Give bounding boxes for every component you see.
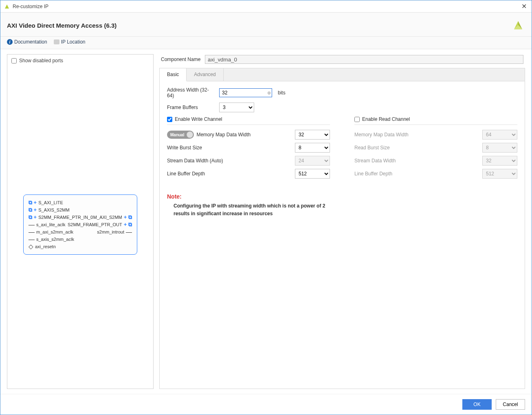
component-name-input[interactable]: [205, 55, 523, 64]
read-mm-width-select: 64: [482, 130, 517, 140]
dialog-footer: OK Cancel: [0, 394, 532, 415]
write-burst-label: Write Burst Size: [167, 145, 291, 151]
wire-icon: ◇: [29, 245, 33, 248]
documentation-link[interactable]: i Documentation: [7, 39, 47, 45]
read-line-buf-label: Line Buffer Depth: [354, 171, 478, 177]
link-bar: i Documentation IP Location: [0, 37, 532, 49]
read-stream-width-select: 32: [482, 156, 517, 166]
ip-header: AXI Video Direct Memory Access (6.3): [0, 13, 532, 37]
ip-location-label: IP Location: [61, 39, 86, 45]
show-disabled-ports-label: Show disabled ports: [19, 58, 63, 63]
read-burst-select: 8: [482, 143, 517, 153]
write-mm-width-label: Memory Map Data Width: [196, 132, 251, 138]
wire-icon: —: [126, 230, 132, 234]
channels-row: Enable Write Channel Manual Memory Map D…: [167, 116, 517, 179]
port-label: S2MM_FRAME_PTR_IN_0: [38, 214, 93, 221]
close-icon[interactable]: ✕: [520, 2, 528, 10]
address-width-input[interactable]: [219, 88, 272, 97]
write-stream-width-label: Stream Data Width (Auto): [167, 158, 291, 164]
block-diagram: ⧉ +S_AXI_LITE ⧉ +S_AXIS_S2MM ⧉ +S2MM_FRA…: [11, 63, 149, 385]
enable-read-channel-checkbox[interactable]: Enable Read Channel: [354, 116, 517, 125]
tab-advanced[interactable]: Advanced: [187, 68, 223, 81]
vendor-logo-icon: [511, 18, 525, 32]
wire-icon: —: [29, 223, 35, 226]
documentation-label: Documentation: [14, 39, 47, 45]
content-area: Show disabled ports ⧉ +S_AXI_LITE ⧉ +S_A…: [0, 49, 532, 394]
enable-write-channel-label: Enable Write Channel: [175, 116, 222, 122]
bus-icon: ⧉ +: [29, 201, 37, 205]
config-panel: Basic Advanced Address Width (32-64) ⊗ b…: [159, 68, 525, 389]
toggle-knob-icon: [187, 131, 193, 138]
app-icon: [4, 3, 10, 10]
clear-icon[interactable]: ⊗: [266, 90, 272, 96]
tab-basic[interactable]: Basic: [160, 68, 187, 81]
toggle-label: Manual: [168, 133, 187, 137]
enable-read-channel-label: Enable Read Channel: [362, 116, 410, 122]
enable-read-channel-input[interactable]: [354, 117, 360, 122]
ok-button[interactable]: OK: [462, 399, 492, 410]
folder-icon: [54, 39, 59, 44]
write-line-buf-label: Line Buffer Depth: [167, 171, 291, 177]
note-section: Note: Configuring the IP with streaming …: [167, 193, 517, 218]
write-mm-width-select[interactable]: 32: [295, 130, 330, 140]
tab-body-basic: Address Width (32-64) ⊗ bits Frame Buffe…: [160, 81, 525, 389]
port-label: s_axi_lite_aclk: [36, 221, 66, 228]
cancel-button[interactable]: Cancel: [496, 399, 525, 410]
port-label: M_AXI_S2MM: [93, 214, 122, 221]
wire-icon: —: [29, 238, 35, 241]
note-line-1: Configuring the IP with streaming width …: [174, 202, 517, 210]
write-channel: Enable Write Channel Manual Memory Map D…: [167, 116, 330, 179]
write-line-buf-select[interactable]: 512: [295, 169, 330, 179]
read-mm-width-label: Memory Map Data Width: [354, 132, 478, 138]
window-title: Re-customize IP: [13, 4, 520, 9]
note-text: Configuring the IP with streaming width …: [167, 202, 517, 218]
enable-write-channel-input[interactable]: [167, 117, 172, 122]
note-line-2: results in significant increase in resou…: [174, 210, 517, 218]
port-label: S_AXI_LITE: [38, 199, 63, 206]
ip-title: AXI Video Direct Memory Access (6.3): [7, 22, 511, 29]
show-disabled-ports-input[interactable]: [11, 58, 17, 63]
read-stream-width-label: Stream Data Width: [354, 158, 478, 164]
tabs: Basic Advanced: [160, 68, 525, 81]
port-label: S2MM_FRAME_PTR_OUT: [68, 221, 122, 228]
port-label: axi_resetn: [35, 243, 56, 250]
block-preview-panel: Show disabled ports ⧉ +S_AXI_LITE ⧉ +S_A…: [7, 54, 154, 389]
show-disabled-ports-checkbox[interactable]: Show disabled ports: [11, 58, 149, 63]
write-burst-select[interactable]: 8: [295, 143, 330, 153]
read-burst-label: Read Burst Size: [354, 145, 478, 151]
enable-write-channel-checkbox[interactable]: Enable Write Channel: [167, 116, 330, 125]
write-stream-width-select: 24: [295, 156, 330, 166]
bus-icon: + ⧉: [124, 223, 132, 227]
bus-icon: ⧉ +: [29, 208, 37, 212]
info-icon: i: [7, 39, 13, 45]
svg-marker-0: [5, 4, 9, 9]
bus-icon: + ⧉: [124, 215, 132, 219]
note-title: Note:: [167, 193, 517, 200]
port-label: m_axi_s2mm_aclk: [36, 228, 73, 236]
port-label: S_AXIS_S2MM: [38, 206, 69, 214]
port-label: s2mm_introut: [97, 228, 124, 236]
port-label: s_axis_s2mm_aclk: [36, 236, 74, 243]
read-line-buf-select: 512: [482, 169, 517, 179]
bus-icon: ⧉ +: [29, 215, 37, 219]
component-name-row: Component Name: [159, 54, 525, 68]
ip-block: ⧉ +S_AXI_LITE ⧉ +S_AXIS_S2MM ⧉ +S2MM_FRA…: [23, 194, 137, 255]
wire-icon: —: [29, 230, 35, 234]
address-width-suffix: bits: [278, 90, 286, 96]
frame-buffers-select[interactable]: 3: [219, 103, 254, 112]
address-width-label: Address Width (32-64): [167, 87, 216, 98]
window-titlebar: Re-customize IP ✕: [0, 0, 532, 13]
config-panel-container: Component Name Basic Advanced Address Wi…: [159, 54, 525, 389]
manual-auto-toggle[interactable]: Manual: [167, 131, 194, 139]
address-width-row: Address Width (32-64) ⊗ bits: [167, 87, 517, 98]
frame-buffers-row: Frame Buffers 3: [167, 103, 517, 112]
component-name-label: Component Name: [161, 57, 202, 62]
frame-buffers-label: Frame Buffers: [167, 105, 216, 110]
read-channel: Enable Read Channel Memory Map Data Widt…: [354, 116, 517, 179]
ip-location-link[interactable]: IP Location: [54, 39, 86, 45]
